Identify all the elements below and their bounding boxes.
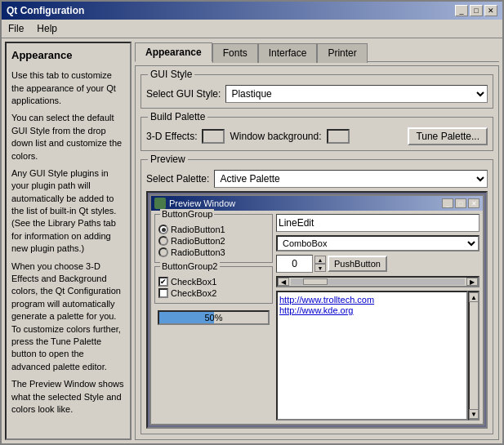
minimize-button[interactable]: _ — [455, 5, 468, 16]
progress-text: 50% — [204, 313, 222, 323]
spin-buttons: ▲ ▼ — [314, 256, 326, 272]
checkbox-1[interactable]: ✔ — [158, 277, 168, 287]
preview-maximize-button[interactable]: □ — [455, 198, 466, 208]
spin-up-button[interactable]: ▲ — [314, 256, 326, 264]
radio-button-1-row: RadioButton1 — [158, 225, 269, 234]
effects-label: 3-D Effects: — [146, 131, 197, 142]
radio-button-3-label: RadioButton3 — [171, 247, 225, 257]
gui-style-select[interactable]: Plastique — [225, 85, 488, 103]
window-bg-color-swatch[interactable] — [327, 129, 350, 144]
build-palette-label: Build Palette — [148, 111, 207, 122]
spin-box-input[interactable] — [276, 255, 313, 273]
maximize-button[interactable]: □ — [470, 5, 483, 16]
checkbox-2[interactable] — [158, 288, 168, 298]
left-panel-p2: You can select the default GUI Style fro… — [11, 112, 125, 162]
preview-window-icon — [154, 198, 166, 209]
radio-button-1-label: RadioButton1 — [171, 225, 225, 234]
radio-dot-1 — [162, 228, 166, 232]
preview-left-column: ButtonGroup RadioButton1 — [154, 214, 273, 421]
gui-style-group: GUI Style Select GUI Style: Plastique — [140, 74, 493, 109]
list-box[interactable]: http://www.trolltech.com http://www.kde.… — [276, 291, 468, 421]
preview-group-label: Preview — [148, 154, 188, 165]
progress-container: 50% — [154, 307, 273, 328]
content-area: Appearance Use this tab to customize the… — [2, 38, 502, 443]
checkbox-2-label: CheckBox2 — [171, 288, 216, 298]
radio-button-3-row: RadioButton3 — [158, 247, 269, 257]
file-menu[interactable]: File — [5, 21, 27, 36]
preview-minimize-button[interactable]: _ — [442, 198, 453, 208]
listbox-with-scroll: http://www.trolltech.com http://www.kde.… — [276, 291, 479, 421]
window-title: Qt Configuration — [7, 5, 84, 16]
preview-right-column: ComboBox ▲ ▼ — [276, 214, 479, 421]
combo-box-row: ComboBox — [276, 235, 479, 251]
scroll-thumb[interactable] — [303, 278, 328, 285]
checkbox-1-label: CheckBox1 — [171, 277, 216, 287]
select-gui-style-label: Select GUI Style: — [146, 88, 221, 100]
left-panel-p5: The Preview Window shows what the select… — [11, 378, 125, 416]
radio-button-2[interactable] — [158, 236, 168, 246]
window-bg-label: Window background: — [230, 131, 321, 142]
preview-window: Preview Window _ □ ✕ — [149, 194, 484, 425]
preview-container: Preview Window _ □ ✕ — [146, 191, 488, 429]
effects-color-swatch[interactable] — [202, 129, 225, 144]
list-item-2[interactable]: http://www.kde.org — [279, 305, 465, 315]
tab-fonts[interactable]: Fonts — [212, 43, 258, 63]
left-panel-heading: Appearance — [11, 48, 125, 63]
menu-bar: File Help — [2, 20, 502, 38]
list-item-1[interactable]: http://www.trolltech.com — [279, 295, 465, 305]
progress-bar: 50% — [158, 310, 270, 325]
combo-box-select[interactable]: ComboBox — [276, 235, 479, 251]
radio-button-1[interactable] — [158, 225, 168, 234]
spin-down-button[interactable]: ▼ — [314, 264, 326, 272]
tab-printer[interactable]: Printer — [317, 43, 367, 63]
close-button[interactable]: ✕ — [484, 5, 497, 16]
preview-window-title: Preview Window — [169, 198, 235, 208]
button-group-2: ButtonGroup2 ✔ CheckBox1 CheckBox2 — [154, 266, 273, 304]
scroll-left-arrow[interactable]: ◀ — [278, 278, 289, 286]
preview-group: Preview Select Palette: Active Palette — [140, 159, 493, 434]
checkbox-1-row: ✔ CheckBox1 — [158, 277, 269, 287]
list-scroll-up[interactable]: ▲ — [469, 292, 479, 302]
left-panel-p3: Any GUI Style plugins in your plugin pat… — [11, 167, 125, 256]
preview-title-buttons: _ □ ✕ — [442, 198, 479, 208]
checkbox-2-row: CheckBox2 — [158, 288, 269, 298]
button-group-1-label: ButtonGroup — [160, 209, 214, 219]
tune-palette-button[interactable]: Tune Palette... — [408, 127, 488, 145]
horizontal-scrollbar[interactable]: ◀ ▶ — [276, 276, 479, 287]
tab-bar: Appearance Fonts Interface Printer — [135, 42, 499, 62]
main-window: Qt Configuration _ □ ✕ File Help Appeara… — [0, 0, 504, 445]
radio-button-2-row: RadioButton2 — [158, 236, 269, 246]
left-panel-p1: Use this tab to customize the appearance… — [11, 69, 125, 107]
title-bar: Qt Configuration _ □ ✕ — [2, 2, 502, 20]
button-group-2-label: ButtonGroup2 — [160, 261, 220, 271]
scroll-right-arrow[interactable]: ▶ — [466, 278, 478, 286]
radio-button-3[interactable] — [158, 247, 168, 257]
preview-body: ButtonGroup RadioButton1 — [151, 211, 483, 424]
tab-interface[interactable]: Interface — [258, 43, 318, 63]
gui-style-label: GUI Style — [148, 69, 194, 80]
help-menu[interactable]: Help — [33, 21, 60, 36]
list-scroll-down[interactable]: ▼ — [469, 409, 479, 419]
tab-appearance[interactable]: Appearance — [135, 42, 212, 62]
left-panel-p4: When you choose 3-D Effects and Backgrou… — [11, 260, 125, 374]
panel-content: GUI Style Select GUI Style: Plastique Bu… — [135, 65, 499, 440]
spin-push-row: ▲ ▼ PushButton — [276, 255, 479, 273]
line-edit-input[interactable] — [276, 214, 479, 232]
scroll-track — [291, 278, 465, 285]
radio-button-2-label: RadioButton2 — [171, 236, 225, 246]
select-palette-label: Select Palette: — [146, 173, 209, 185]
palette-select[interactable]: Active Palette — [214, 170, 488, 188]
preview-close-button[interactable]: ✕ — [468, 198, 479, 208]
push-button[interactable]: PushButton — [328, 256, 387, 272]
list-vertical-scroll: ▲ ▼ — [468, 291, 479, 421]
button-group-1: ButtonGroup RadioButton1 — [154, 214, 273, 263]
title-bar-controls: _ □ ✕ — [455, 5, 497, 16]
build-palette-group: Build Palette 3-D Effects: Window backgr… — [140, 117, 493, 151]
left-panel: Appearance Use this tab to customize the… — [5, 42, 132, 440]
right-panel: Appearance Fonts Interface Printer GUI S… — [135, 42, 499, 440]
